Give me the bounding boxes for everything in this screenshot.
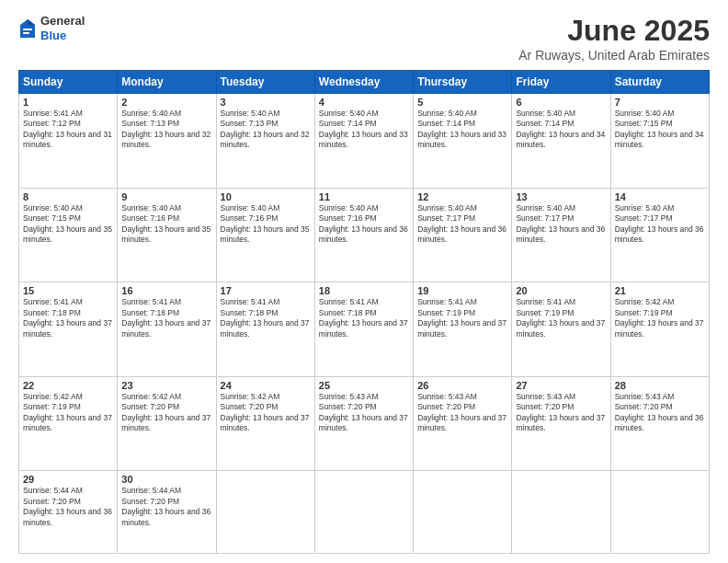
cell-info: Sunrise: 5:41 AM Sunset: 7:19 PM Dayligh…: [516, 297, 606, 339]
cell-info: Sunrise: 5:40 AM Sunset: 7:16 PM Dayligh…: [221, 203, 311, 246]
cell-info: Sunrise: 5:43 AM Sunset: 7:20 PM Dayligh…: [615, 392, 705, 434]
calendar-header-row: Sunday Monday Tuesday Wednesday Thursday…: [19, 71, 710, 94]
table-row: 2 Sunrise: 5:40 AM Sunset: 7:13 PM Dayli…: [118, 94, 216, 189]
day-number: 18: [319, 285, 409, 296]
cell-info: Sunrise: 5:41 AM Sunset: 7:18 PM Dayligh…: [23, 297, 113, 339]
day-number: 10: [221, 191, 311, 202]
table-row: 22 Sunrise: 5:42 AM Sunset: 7:19 PM Dayl…: [19, 376, 118, 471]
calendar-table: Sunday Monday Tuesday Wednesday Thursday…: [18, 70, 710, 554]
day-number: 20: [516, 285, 606, 296]
cell-info: Sunrise: 5:40 AM Sunset: 7:17 PM Dayligh…: [417, 203, 507, 246]
cell-info: Sunrise: 5:40 AM Sunset: 7:14 PM Dayligh…: [516, 109, 606, 151]
table-row: 21 Sunrise: 5:42 AM Sunset: 7:19 PM Dayl…: [610, 282, 709, 377]
cell-info: Sunrise: 5:40 AM Sunset: 7:15 PM Dayligh…: [23, 203, 113, 246]
table-row: 17 Sunrise: 5:41 AM Sunset: 7:18 PM Dayl…: [216, 282, 314, 377]
day-number: 4: [319, 97, 409, 108]
cell-info: Sunrise: 5:43 AM Sunset: 7:20 PM Dayligh…: [417, 392, 507, 434]
cell-info: Sunrise: 5:43 AM Sunset: 7:20 PM Dayligh…: [319, 392, 409, 434]
day-number: 29: [23, 474, 113, 485]
table-row: [610, 471, 709, 554]
table-row: 7 Sunrise: 5:40 AM Sunset: 7:15 PM Dayli…: [610, 94, 709, 189]
col-saturday: Saturday: [610, 71, 709, 94]
day-number: 2: [121, 97, 211, 108]
cell-info: Sunrise: 5:44 AM Sunset: 7:20 PM Dayligh…: [121, 486, 211, 528]
day-number: 7: [615, 97, 705, 108]
table-row: 18 Sunrise: 5:41 AM Sunset: 7:18 PM Dayl…: [314, 282, 413, 377]
day-number: 9: [121, 191, 211, 202]
table-row: 10 Sunrise: 5:40 AM Sunset: 7:16 PM Dayl…: [216, 188, 314, 282]
col-thursday: Thursday: [414, 71, 512, 94]
table-row: 15 Sunrise: 5:41 AM Sunset: 7:18 PM Dayl…: [19, 282, 118, 377]
svg-rect-3: [23, 32, 29, 34]
col-sunday: Sunday: [19, 71, 118, 94]
cell-info: Sunrise: 5:42 AM Sunset: 7:20 PM Dayligh…: [121, 392, 211, 434]
table-row: [314, 471, 413, 554]
calendar-row: 1 Sunrise: 5:41 AM Sunset: 7:12 PM Dayli…: [19, 94, 710, 189]
table-row: 5 Sunrise: 5:40 AM Sunset: 7:14 PM Dayli…: [414, 94, 512, 189]
cell-info: Sunrise: 5:40 AM Sunset: 7:17 PM Dayligh…: [615, 203, 705, 246]
day-number: 15: [23, 285, 113, 296]
cell-info: Sunrise: 5:41 AM Sunset: 7:18 PM Dayligh…: [319, 297, 409, 339]
cell-info: Sunrise: 5:42 AM Sunset: 7:20 PM Dayligh…: [221, 392, 311, 434]
cell-info: Sunrise: 5:44 AM Sunset: 7:20 PM Dayligh…: [23, 486, 113, 528]
day-number: 14: [615, 191, 705, 202]
cell-info: Sunrise: 5:41 AM Sunset: 7:19 PM Dayligh…: [417, 297, 507, 339]
table-row: 27 Sunrise: 5:43 AM Sunset: 7:20 PM Dayl…: [512, 376, 610, 471]
col-wednesday: Wednesday: [314, 71, 413, 94]
location-subtitle: Ar Ruways, United Arab Emirates: [518, 48, 710, 63]
table-row: 30 Sunrise: 5:44 AM Sunset: 7:20 PM Dayl…: [118, 471, 216, 554]
table-row: 24 Sunrise: 5:42 AM Sunset: 7:20 PM Dayl…: [216, 376, 314, 471]
day-number: 3: [221, 97, 311, 108]
day-number: 5: [417, 97, 507, 108]
day-number: 12: [417, 191, 507, 202]
cell-info: Sunrise: 5:40 AM Sunset: 7:16 PM Dayligh…: [121, 203, 211, 246]
day-number: 26: [417, 380, 507, 391]
day-number: 23: [121, 380, 211, 391]
cell-info: Sunrise: 5:41 AM Sunset: 7:12 PM Dayligh…: [23, 109, 113, 151]
col-monday: Monday: [118, 71, 216, 94]
day-number: 30: [121, 474, 211, 485]
table-row: 6 Sunrise: 5:40 AM Sunset: 7:14 PM Dayli…: [512, 94, 610, 189]
table-row: 9 Sunrise: 5:40 AM Sunset: 7:16 PM Dayli…: [118, 188, 216, 282]
month-title: June 2025: [518, 14, 710, 48]
day-number: 25: [319, 380, 409, 391]
table-row: 1 Sunrise: 5:41 AM Sunset: 7:12 PM Dayli…: [19, 94, 118, 189]
day-number: 8: [23, 191, 113, 202]
col-tuesday: Tuesday: [216, 71, 314, 94]
table-row: 19 Sunrise: 5:41 AM Sunset: 7:19 PM Dayl…: [414, 282, 512, 377]
cell-info: Sunrise: 5:40 AM Sunset: 7:16 PM Dayligh…: [319, 203, 409, 246]
cell-info: Sunrise: 5:40 AM Sunset: 7:14 PM Dayligh…: [417, 109, 507, 151]
title-block: June 2025 Ar Ruways, United Arab Emirate…: [518, 14, 710, 63]
logo-general: General: [40, 14, 85, 29]
calendar-row: 8 Sunrise: 5:40 AM Sunset: 7:15 PM Dayli…: [19, 188, 710, 282]
day-number: 16: [121, 285, 211, 296]
cell-info: Sunrise: 5:40 AM Sunset: 7:17 PM Dayligh…: [516, 203, 606, 246]
day-number: 24: [221, 380, 311, 391]
day-number: 22: [23, 380, 113, 391]
cell-info: Sunrise: 5:42 AM Sunset: 7:19 PM Dayligh…: [23, 392, 113, 434]
day-number: 21: [615, 285, 705, 296]
table-row: 11 Sunrise: 5:40 AM Sunset: 7:16 PM Dayl…: [314, 188, 413, 282]
day-number: 19: [417, 285, 507, 296]
table-row: 3 Sunrise: 5:40 AM Sunset: 7:13 PM Dayli…: [216, 94, 314, 189]
table-row: [512, 471, 610, 554]
table-row: [216, 471, 314, 554]
cell-info: Sunrise: 5:43 AM Sunset: 7:20 PM Dayligh…: [516, 392, 606, 434]
day-number: 27: [516, 380, 606, 391]
cell-info: Sunrise: 5:40 AM Sunset: 7:15 PM Dayligh…: [615, 109, 705, 151]
day-number: 11: [319, 191, 409, 202]
cell-info: Sunrise: 5:41 AM Sunset: 7:18 PM Dayligh…: [121, 297, 211, 339]
cell-info: Sunrise: 5:40 AM Sunset: 7:13 PM Dayligh…: [221, 109, 311, 151]
day-number: 28: [615, 380, 705, 391]
logo-blue-text: Blue: [40, 29, 85, 43]
cell-info: Sunrise: 5:41 AM Sunset: 7:18 PM Dayligh…: [221, 297, 311, 339]
svg-rect-2: [23, 29, 32, 30]
col-friday: Friday: [512, 71, 610, 94]
table-row: 4 Sunrise: 5:40 AM Sunset: 7:14 PM Dayli…: [314, 94, 413, 189]
cell-info: Sunrise: 5:40 AM Sunset: 7:13 PM Dayligh…: [121, 109, 211, 151]
logo-icon: [18, 17, 37, 40]
cell-info: Sunrise: 5:40 AM Sunset: 7:14 PM Dayligh…: [319, 109, 409, 151]
day-number: 17: [221, 285, 311, 296]
table-row: 28 Sunrise: 5:43 AM Sunset: 7:20 PM Dayl…: [610, 376, 709, 471]
table-row: 12 Sunrise: 5:40 AM Sunset: 7:17 PM Dayl…: [414, 188, 512, 282]
